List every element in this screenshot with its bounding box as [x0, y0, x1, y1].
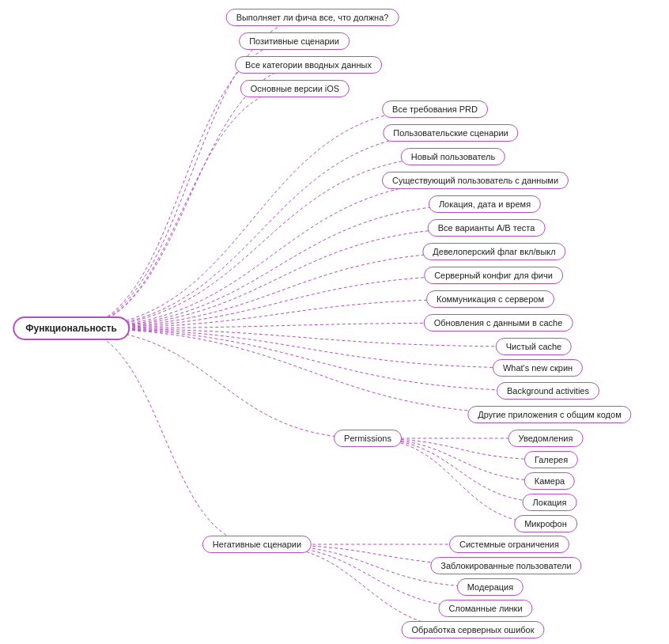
node-обновления-с-данными: Обновления с данными в cache	[424, 314, 573, 331]
node-локация: Локация	[523, 494, 577, 511]
node-основные-версии-ios: Основные версии iOS	[240, 80, 350, 97]
node-серверный-конфиг-для: Серверный конфиг для фичи	[424, 267, 563, 284]
node-background-activitie: Background activities	[497, 382, 599, 400]
node-все-варианты-а/в-тес: Все варианты А/В теста	[428, 219, 546, 237]
node-заблокированные-поль: Заблокированные пользователи	[430, 557, 581, 574]
node-модерация: Модерация	[457, 578, 523, 596]
node-локация,-дата-и-врем: Локация, дата и время	[429, 195, 541, 213]
node-позитивные-сценарии: Позитивные сценарии	[239, 32, 350, 50]
node-обработка-серверных-: Обработка серверных ошибок	[401, 621, 544, 638]
node-permissions: Permissions	[334, 430, 402, 447]
node-пользовательские-сце: Пользовательские сценарии	[383, 124, 518, 142]
node-галерея: Галерея	[524, 451, 578, 468]
node-девелоперский-флаг-в: Девелоперский флаг вкл/выкл	[422, 243, 565, 260]
node-сломанные-линки: Сломанные линки	[438, 600, 532, 617]
node-новый-пользователь: Новый пользователь	[401, 148, 505, 165]
node-what's-new-скрин: What's new скрин	[493, 359, 583, 377]
node-выполняет-ли-фича-вс: Выполняет ли фича все, что должна?	[226, 9, 399, 26]
mind-map: ФункциональностьВыполняет ли фича все, ч…	[0, 0, 669, 644]
node-коммуникация-с-серве: Коммуникация с сервером	[426, 290, 554, 308]
node-чистый-cache: Чистый cache	[496, 338, 572, 355]
node-функциональность: Функциональность	[13, 316, 130, 340]
node-камера: Камера	[524, 472, 575, 490]
node-микрофон: Микрофон	[514, 515, 577, 532]
node-существующий-пользов: Существующий пользователь с данными	[382, 172, 569, 189]
node-системные-ограничени: Системные ограничения	[449, 536, 569, 553]
node-все-требования-prd: Все требования PRD	[382, 100, 488, 118]
node-другие-приложения-с-: Другие приложения с общим кодом	[467, 406, 631, 423]
node-все-категории-вводны: Все категории вводных данных	[235, 56, 382, 74]
node-негативные-сценарии: Негативные сценарии	[202, 536, 312, 553]
node-уведомления: Уведомления	[508, 430, 584, 447]
